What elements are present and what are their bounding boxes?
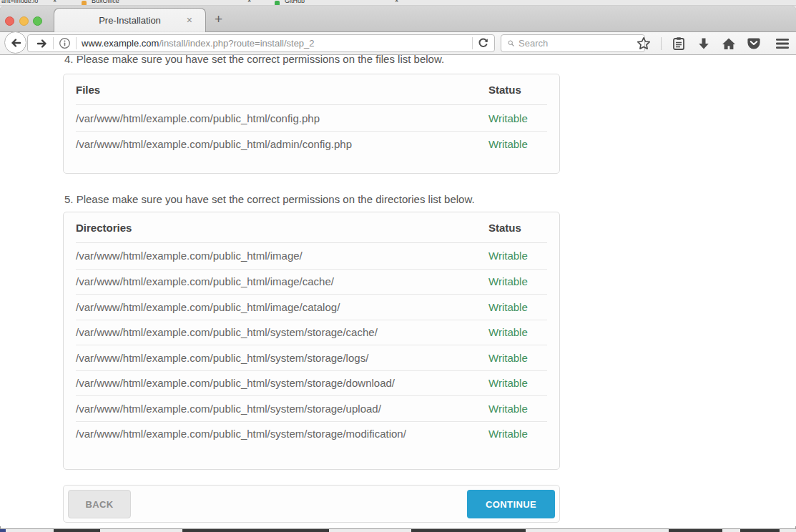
files-table-header: Files Status [76,74,547,105]
background-window-top-sliver: ant=linode.lo × BoxOffice × GitHub × [0,0,796,6]
navigation-toolbar: www.example.com/install/index.php?route=… [0,32,796,55]
files-table: Files Status /var/www/html/example.com/p… [63,74,560,174]
directory-path: /var/www/html/example.com/public_html/sy… [76,326,488,338]
pocket-button[interactable] [746,36,762,51]
reload-button[interactable] [478,38,488,49]
background-window-bottom-sliver [0,529,796,532]
pocket-icon [747,36,761,51]
background-tab-favicon [82,1,87,6]
screenshot-root: ant=linode.lo × BoxOffice × GitHub × Pre… [0,0,796,532]
bookmark-star-icon [637,36,651,51]
browser-window: Pre-Installation × + [0,6,796,529]
step5-instruction: 5. Please make sure you have set the cor… [64,193,475,205]
file-path: /var/www/html/example.com/public_html/ad… [76,138,488,150]
directories-table-header: Directories Status [76,212,547,243]
divider [472,37,473,49]
directory-path: /var/www/html/example.com/public_html/im… [76,250,488,262]
back-step-button[interactable]: BACK [68,490,131,518]
toolbar-icon-group [636,32,790,55]
table-row: /var/www/html/example.com/public_html/sy… [76,370,547,396]
divider [661,37,662,50]
background-tab-close-icon: × [247,0,251,4]
directory-path: /var/www/html/example.com/public_html/sy… [76,403,488,415]
directory-path: /var/www/html/example.com/public_html/sy… [76,428,488,440]
info-icon[interactable] [59,37,71,49]
url-domain: www.example.com [82,38,159,49]
background-tab-close-icon: × [53,0,56,4]
forward-button[interactable] [36,38,48,49]
table-row: /var/www/html/example.com/public_html/sy… [76,345,547,370]
reading-list-button[interactable] [671,36,687,51]
search-icon [508,38,514,49]
url-text[interactable]: www.example.com/install/index.php?route=… [82,38,467,49]
status-badge: Writable [488,352,547,364]
status-badge: Writable [488,138,547,150]
file-path: /var/www/html/example.com/public_html/co… [76,112,488,124]
directories-column-header: Directories [76,222,488,234]
directory-path: /var/www/html/example.com/public_html/im… [76,275,488,287]
status-badge: Writable [488,250,547,262]
status-badge: Writable [488,403,547,415]
url-bar[interactable]: www.example.com/install/index.php?route=… [27,34,495,52]
status-badge: Writable [488,326,547,338]
status-column-header: Status [488,222,547,234]
status-badge: Writable [488,275,547,287]
background-tab-close-icon: × [395,0,398,4]
tab-title: Pre-Installation [99,15,161,26]
new-tab-button[interactable]: + [215,11,222,27]
tab-close-icon[interactable]: × [187,14,192,26]
background-tab-fragment: ant=linode.lo [1,0,38,4]
background-tab-fragment: BoxOffice [92,0,119,4]
download-button[interactable] [696,36,712,51]
window-close-button[interactable] [5,16,14,26]
table-row: /var/www/html/example.com/public_html/sy… [76,395,547,421]
status-badge: Writable [488,377,547,389]
search-input[interactable] [519,38,644,49]
table-row: /var/www/html/example.com/public_html/im… [76,243,547,269]
status-column-header: Status [488,84,547,96]
directory-path: /var/www/html/example.com/public_html/sy… [76,352,488,364]
directory-path: /var/www/html/example.com/public_html/im… [76,301,488,313]
reload-icon [478,38,488,49]
tab-pre-installation[interactable]: Pre-Installation × [54,8,206,32]
background-tab-favicon [275,1,280,6]
forward-icon [36,38,48,49]
status-badge: Writable [488,301,547,313]
bookmark-star-button[interactable] [636,36,652,51]
table-row: /var/www/html/example.com/public_html/sy… [76,320,547,345]
table-row: /var/www/html/example.com/public_html/co… [76,105,547,131]
window-zoom-button[interactable] [33,16,42,26]
directories-table-rows: /var/www/html/example.com/public_html/im… [76,243,547,446]
files-table-rows: /var/www/html/example.com/public_html/co… [76,105,547,157]
window-minimize-button[interactable] [19,16,29,26]
continue-button[interactable]: CONTINUE [467,490,555,518]
url-path: /install/index.php?route=install/step_2 [159,38,314,49]
files-column-header: Files [76,84,488,96]
status-badge: Writable [488,428,547,440]
table-row: /var/www/html/example.com/public_html/im… [76,269,547,295]
page-content: 4. Please make sure you have set the cor… [0,55,796,526]
divider [76,37,77,49]
table-row: /var/www/html/example.com/public_html/sy… [76,421,547,447]
download-icon [697,37,710,51]
home-icon [722,37,736,50]
tab-bar: Pre-Installation × + [0,6,796,32]
directory-path: /var/www/html/example.com/public_html/sy… [76,377,488,389]
back-button[interactable] [4,31,26,54]
divider [53,37,54,49]
home-button[interactable] [721,36,737,51]
step4-instruction: 4. Please make sure you have set the cor… [64,55,444,65]
directories-table: Directories Status /var/www/html/example… [63,212,560,470]
action-button-panel: BACK CONTINUE [63,485,560,523]
menu-button[interactable] [775,36,790,51]
back-icon [10,37,21,49]
table-row: /var/www/html/example.com/public_html/ad… [76,131,547,157]
background-tab-fragment: GitHub [285,0,305,4]
menu-icon [775,38,790,49]
status-badge: Writable [488,112,547,124]
reading-list-icon [672,36,685,51]
search-bar[interactable] [501,34,645,52]
table-row: /var/www/html/example.com/public_html/im… [76,294,547,320]
